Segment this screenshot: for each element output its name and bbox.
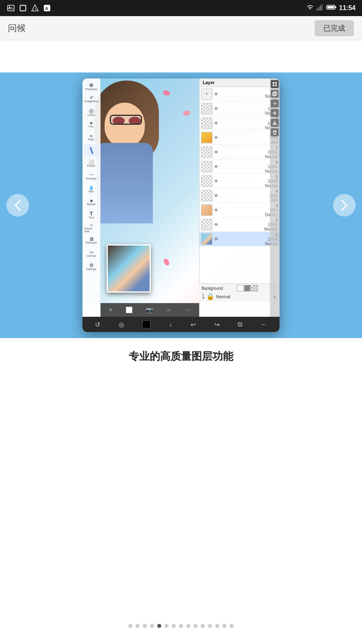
layer-eye-4[interactable]: 👁 <box>214 193 218 198</box>
text-a-icon: A <box>43 4 51 12</box>
dot-0[interactable] <box>128 624 132 628</box>
transform-tool[interactable]: ⊕ Transform <box>84 80 99 92</box>
text-tool[interactable]: T Text <box>84 209 99 221</box>
dot-12[interactable] <box>215 624 219 628</box>
svg-point-1 <box>9 6 10 8</box>
layer-eye-7[interactable]: 👁 <box>214 150 218 155</box>
layer-background-controls: Background ⋮ ⤵ 🔒 Normal <box>199 283 280 301</box>
retouch-tool[interactable]: 🖼 Retouper <box>84 235 99 247</box>
carousel-area: ⊕ Transform ✐ Drag&Wnd ◎ Lasso ✤ Pen <box>0 72 362 338</box>
layer-icon-delete[interactable] <box>271 128 279 136</box>
dot-10[interactable] <box>201 624 205 628</box>
dot-3[interactable] <box>150 624 154 628</box>
layer-more-icon[interactable]: ⋯ <box>185 307 191 313</box>
settings-tool[interactable]: ⚙ Settings <box>84 260 99 272</box>
anime-body <box>97 143 153 223</box>
layer-item-3[interactable]: 👁 3 30% Darken <box>200 203 280 217</box>
filter-tool[interactable]: ≋ Filter <box>84 132 99 144</box>
warning-icon: ! <box>31 4 39 12</box>
dot-2[interactable] <box>143 624 147 628</box>
layer-eye-10[interactable]: 👁 <box>214 106 218 111</box>
anime-glasses <box>110 115 142 125</box>
layer-item-8[interactable]: 👁 8 70% Add <box>200 130 280 145</box>
layer-item-9[interactable]: 👁 9 100% Normal <box>200 116 280 130</box>
layer-eye-1[interactable]: 👁 <box>214 237 218 242</box>
dot-7[interactable] <box>179 624 183 628</box>
drag-tool[interactable]: ✐ Drag&Wnd <box>84 93 99 105</box>
smudge-tool[interactable]: 〰 Smudge <box>84 170 99 182</box>
layer-eye-8[interactable]: 👁 <box>214 135 218 140</box>
layer-bg-swatches <box>237 285 258 291</box>
swatch-white[interactable] <box>237 285 243 291</box>
arrow-down-icon[interactable]: ↓ <box>169 321 172 328</box>
layer-eye-t[interactable]: 👁 <box>214 92 218 97</box>
color-swatch-black[interactable] <box>142 320 150 328</box>
done-button[interactable]: 已完成 <box>315 20 354 36</box>
layer-icon-copy[interactable] <box>271 90 279 98</box>
layer-transform-icon[interactable]: ↔ <box>166 307 172 313</box>
dot-8[interactable] <box>186 624 190 628</box>
bucket-tool[interactable]: ◈ Bucket <box>84 196 99 208</box>
layer-item-6[interactable]: 👁 6 100% Normal <box>200 159 280 174</box>
eraser-tool[interactable]: ⬜ Eraser <box>84 157 99 169</box>
dot-11[interactable] <box>208 624 212 628</box>
layer-icon-merge[interactable] <box>271 109 279 117</box>
refresh-icon[interactable]: ↺ <box>95 321 100 328</box>
alpha-lock-icon[interactable]: 🔒 <box>206 293 214 300</box>
dot-6[interactable] <box>172 624 176 628</box>
layer-item-4[interactable]: 👁 4 50% Add <box>200 188 280 203</box>
undo-icon[interactable]: ↩ <box>191 321 196 328</box>
blur-tool[interactable]: 💧 Blur <box>84 183 99 195</box>
layer-white-swatch[interactable] <box>126 307 132 313</box>
carousel-prev-button[interactable] <box>6 194 29 217</box>
canvas-tool[interactable]: ▭ Canvas <box>84 248 99 260</box>
back-icon[interactable]: ← <box>261 321 267 328</box>
dot-5[interactable] <box>165 624 169 628</box>
dot-14[interactable] <box>230 624 234 628</box>
lasso-tool[interactable]: ◎ Lasso <box>84 106 99 118</box>
svg-rect-13 <box>273 82 274 84</box>
svg-rect-8 <box>320 6 321 10</box>
layer-item-7[interactable]: 👁 7 100% Normal <box>200 145 280 159</box>
layer-item-10[interactable]: 👁 10 100% Normal <box>200 101 280 116</box>
layer-thumb-3 <box>201 204 212 216</box>
layer-icon-move[interactable]: ✛ <box>271 99 279 107</box>
layer-eye-6[interactable]: 👁 <box>214 164 218 169</box>
layer-camera-icon[interactable]: 📷 <box>146 307 153 313</box>
layer-eye-3[interactable]: 👁 <box>214 208 218 213</box>
wheel-icon[interactable]: ◎ <box>119 321 124 328</box>
svg-rect-14 <box>275 82 277 84</box>
svg-rect-0 <box>8 5 14 11</box>
dot-4[interactable] <box>157 624 161 628</box>
layer-icon-grid[interactable] <box>271 80 279 88</box>
layer-item-5[interactable]: 👁 5 100% Normal <box>200 174 280 188</box>
layer-eye-2[interactable]: 👁 <box>214 222 218 227</box>
layer-item-1[interactable]: 👁 1 100% Normal <box>200 232 280 246</box>
swatch-checker[interactable] <box>251 285 258 291</box>
layer-thumb-5 <box>201 175 212 187</box>
layer-info-t: T Normal <box>220 89 278 99</box>
carousel-next-button[interactable] <box>333 194 356 217</box>
add-layer-icon[interactable]: + <box>109 306 113 314</box>
layers-icon[interactable]: ⧉ <box>238 321 242 328</box>
clipping-icon[interactable]: ⤵ <box>202 293 205 300</box>
petal-5 <box>162 258 170 266</box>
dot-9[interactable] <box>193 624 197 628</box>
frame-select-tool[interactable]: ▭ Frame Sele <box>84 222 99 234</box>
layer-eye-5[interactable]: 👁 <box>214 179 218 184</box>
svg-rect-11 <box>335 6 336 8</box>
layer-info-9: 9 100% Normal <box>220 116 278 130</box>
petal-1 <box>162 89 171 96</box>
layer-item-t[interactable]: T 👁 T Normal <box>200 87 280 101</box>
dot-13[interactable] <box>222 624 226 628</box>
redo-icon[interactable]: ↪ <box>214 321 220 328</box>
layer-item-2[interactable]: 👁 2 100% Multiply <box>200 217 280 232</box>
layer-eye-9[interactable]: 👁 <box>214 121 218 126</box>
layer-info-8: 8 70% Add <box>220 131 278 144</box>
brush-tool[interactable] <box>84 144 99 157</box>
pen-tool[interactable]: ✤ Pen <box>84 119 99 131</box>
svg-rect-7 <box>318 7 319 10</box>
swatch-gray[interactable] <box>244 285 251 291</box>
layer-icon-download[interactable] <box>271 119 279 127</box>
dot-1[interactable] <box>136 624 140 628</box>
